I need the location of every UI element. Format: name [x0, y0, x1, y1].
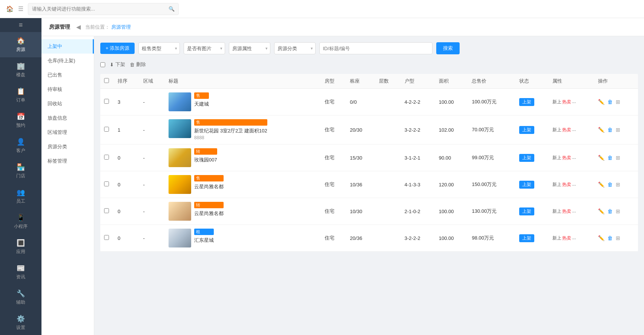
attr-tag: 热卖	[562, 181, 571, 188]
action-bar: ⬇ 下架 🗑 删除	[100, 59, 638, 70]
more-button[interactable]: ⊞	[616, 127, 620, 133]
property-image	[169, 148, 191, 167]
delete-button[interactable]: 🗑	[607, 235, 613, 241]
cell-house-type: 住宅	[321, 198, 347, 225]
sidebar-item-house[interactable]: 🏠 房源	[0, 32, 41, 57]
sidebar-item-label: 门店	[16, 173, 25, 179]
property-title: 天建城	[194, 101, 209, 108]
cell-layout: 3-1-2-1	[401, 144, 435, 171]
sidebar-item-label: 辅助	[16, 299, 25, 306]
menu-icon[interactable]: ☰	[18, 5, 23, 12]
more-button[interactable]: ⊞	[616, 235, 620, 241]
delete-button[interactable]: 🗑	[607, 99, 613, 105]
sidebar-item-assist[interactable]: 🔧 辅助	[0, 285, 41, 310]
global-search: 🔍	[28, 3, 179, 15]
attr-tag: ...	[572, 99, 576, 105]
category-select[interactable]: 房源分类	[278, 46, 312, 51]
edit-button[interactable]: ✏️	[598, 127, 604, 133]
cell-ops: ✏️ 🗑 ⊞	[594, 198, 638, 225]
add-house-button[interactable]: + 添加房源	[100, 43, 135, 54]
sub-sidebar-item-region[interactable]: 区域管理	[41, 125, 94, 140]
row-checkbox[interactable]	[104, 99, 109, 104]
row-checkbox[interactable]	[104, 181, 109, 186]
cell-price: 100.00万元	[468, 89, 515, 115]
has-image-select[interactable]: 是否有图片 有图片 无图片	[187, 46, 222, 51]
delete-button[interactable]: 🗑	[607, 181, 613, 187]
property-image	[169, 92, 191, 111]
sub-sidebar-item-on-shelf[interactable]: 上架中	[41, 39, 94, 54]
sub-sidebar-item-category[interactable]: 房源分类	[41, 140, 94, 154]
header-checkbox[interactable]	[104, 78, 109, 83]
cell-price: 98.00万元	[468, 225, 515, 252]
row-checkbox[interactable]	[104, 208, 109, 213]
breadcrumb-link[interactable]: 房源管理	[111, 24, 131, 30]
col-area: 面积	[435, 74, 468, 89]
delete-button[interactable]: 🗑	[607, 155, 613, 161]
batch-down-button[interactable]: ⬇ 下架	[110, 61, 125, 68]
sidebar-collapse-btn[interactable]: ≡	[0, 18, 41, 32]
home-icon[interactable]: 🏠	[6, 5, 14, 12]
attr-tag: 新上	[552, 155, 561, 161]
delete-button[interactable]: 🗑	[607, 208, 613, 214]
cell-house-type: 住宅	[321, 225, 347, 252]
more-button[interactable]: ⊞	[616, 155, 620, 161]
employee-icon: 👥	[17, 188, 25, 197]
sub-sidebar-item-tags[interactable]: 标签管理	[41, 154, 94, 168]
col-attrs: 属性	[549, 74, 594, 89]
edit-button[interactable]: ✏️	[598, 181, 604, 187]
sidebar-item-booking[interactable]: 📅 预约	[0, 108, 41, 133]
sub-sidebar-item-pending[interactable]: 待审核	[41, 82, 94, 97]
edit-button[interactable]: ✏️	[598, 155, 604, 161]
id-search-input[interactable]	[323, 46, 429, 51]
sidebar-item-settings[interactable]: ⚙️ 设置	[0, 310, 41, 335]
app-icon: 🔳	[17, 239, 25, 247]
row-checkbox[interactable]	[104, 127, 109, 132]
sidebar-item-news[interactable]: 📰 资讯	[0, 260, 41, 285]
edit-button[interactable]: ✏️	[598, 208, 604, 214]
sidebar-item-order[interactable]: 📋 订单	[0, 83, 41, 108]
table-row: 1 - 售 新世纪花园 3室2厅2卫 建面积102 8888 住宅 20/30 …	[100, 115, 638, 144]
sub-sidebar-item-recycle[interactable]: 回收站	[41, 97, 94, 111]
sub-layout: 上架中 仓库(待上架) 已出售 待审核 回收站 放盘信息 区域管理 房源分类 标…	[41, 36, 644, 335]
status-badge: 上架	[519, 126, 534, 134]
row-checkbox[interactable]	[104, 155, 109, 160]
cell-floors	[375, 198, 401, 225]
cell-attrs: 新上 热卖 ...	[549, 89, 594, 115]
sidebar-item-store[interactable]: 🏪 门店	[0, 158, 41, 184]
delete-button[interactable]: 🗑	[607, 127, 613, 133]
cell-price: 150.00万元	[468, 171, 515, 198]
sidebar-item-miniapp[interactable]: 📱 小程序	[0, 209, 41, 234]
cell-area: 102.00	[435, 115, 468, 144]
global-search-input[interactable]	[32, 6, 169, 12]
cell-ops: ✏️ 🗑 ⊞	[594, 115, 638, 144]
property-type-select[interactable]: 房源属性 住宅 商业 办公	[232, 46, 267, 51]
rent-type-select[interactable]: 租售类型 出售 出租	[142, 46, 176, 51]
order-icon: 📋	[17, 87, 25, 95]
edit-button[interactable]: ✏️	[598, 235, 604, 241]
cell-building: 20/36	[346, 225, 375, 252]
col-title: 标题	[165, 74, 321, 89]
search-button[interactable]: 搜索	[436, 42, 460, 54]
miniapp-icon: 📱	[17, 214, 25, 222]
sidebar-item-app[interactable]: 🔳 应用	[0, 234, 41, 260]
batch-delete-button[interactable]: 🗑 删除	[130, 61, 146, 68]
more-button[interactable]: ⊞	[616, 181, 620, 187]
cell-layout: 2-1-0-2	[401, 198, 435, 225]
cell-area: 90.00	[435, 144, 468, 171]
more-button[interactable]: ⊞	[616, 99, 620, 105]
collapse-btn[interactable]: ◀	[76, 23, 81, 31]
more-button[interactable]: ⊞	[616, 208, 620, 214]
edit-button[interactable]: ✏️	[598, 99, 604, 105]
row-checkbox[interactable]	[104, 235, 109, 240]
sidebar-item-employee[interactable]: 👥 员工	[0, 184, 41, 209]
sub-sidebar-item-sold[interactable]: 已出售	[41, 68, 94, 82]
sidebar-item-customer[interactable]: 👤 客户	[0, 133, 41, 158]
cell-layout: 3-2-2-2	[401, 115, 435, 144]
sidebar-item-building[interactable]: 🏢 楼盘	[0, 57, 41, 83]
select-all-checkbox[interactable]	[100, 62, 105, 67]
property-table: 排序 区域 标题 房型 栋座 层数 户型 面积 总售价 状态 属性	[100, 74, 638, 252]
property-image	[169, 119, 191, 138]
sub-sidebar-item-release[interactable]: 放盘信息	[41, 111, 94, 125]
sub-sidebar-item-warehouse[interactable]: 仓库(待上架)	[41, 54, 94, 68]
attr-tag: ...	[572, 155, 576, 161]
